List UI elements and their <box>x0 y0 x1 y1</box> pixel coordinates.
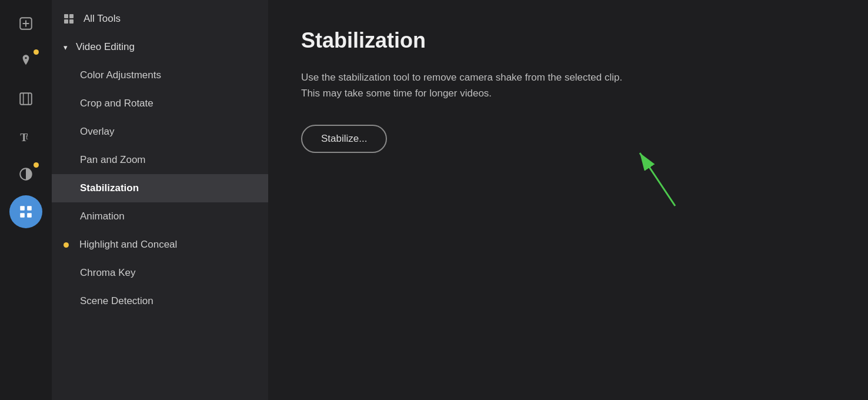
sidebar-item-chroma-key[interactable]: Chroma Key <box>52 259 268 287</box>
svg-text:t: t <box>26 132 28 141</box>
svg-rect-16 <box>69 19 74 24</box>
animation-label: Animation <box>80 211 125 222</box>
svg-rect-12 <box>27 213 32 218</box>
grid-icon-btn[interactable] <box>9 195 42 228</box>
svg-rect-11 <box>20 213 25 218</box>
svg-rect-14 <box>69 14 74 18</box>
svg-rect-9 <box>20 206 25 211</box>
chevron-icon: ▾ <box>64 43 68 52</box>
pan-and-zoom-label: Pan and Zoom <box>80 154 146 166</box>
icon-bar: T t <box>0 0 52 400</box>
svg-rect-15 <box>64 19 68 24</box>
sidebar-item-color-adjustments[interactable]: Color Adjustments <box>52 61 268 89</box>
mask-icon-btn[interactable] <box>9 158 42 191</box>
sidebar-item-animation[interactable]: Animation <box>52 202 268 231</box>
text-icon-btn[interactable]: T t <box>9 120 42 153</box>
add-icon-btn[interactable] <box>9 7 42 40</box>
svg-rect-13 <box>64 14 68 18</box>
scene-detection-label: Scene Detection <box>80 295 153 307</box>
sidebar-item-stabilization[interactable]: Stabilization <box>52 174 268 202</box>
overlay-label: Overlay <box>80 126 115 138</box>
sidebar-item-all-tools[interactable]: All Tools <box>52 5 268 33</box>
sidebar-item-crop-and-rotate[interactable]: Crop and Rotate <box>52 89 268 118</box>
color-adjustments-label: Color Adjustments <box>80 69 161 81</box>
sidebar-item-scene-detection[interactable]: Scene Detection <box>52 287 268 315</box>
stabilize-button[interactable]: Stabilize... <box>301 125 387 153</box>
page-title: Stabilization <box>301 28 835 53</box>
svg-rect-3 <box>20 93 32 105</box>
highlight-and-conceal-label: Highlight and Conceal <box>79 239 177 251</box>
sidebar-item-video-editing[interactable]: ▾ Video Editing <box>52 33 268 61</box>
video-editing-label: Video Editing <box>76 41 135 53</box>
dot-indicator <box>64 242 69 248</box>
chroma-key-label: Chroma Key <box>80 267 135 279</box>
sidebar-item-overlay[interactable]: Overlay <box>52 118 268 146</box>
svg-rect-10 <box>27 206 32 211</box>
sidebar-item-pan-and-zoom[interactable]: Pan and Zoom <box>52 146 268 174</box>
pin-icon-btn[interactable] <box>9 45 42 78</box>
page-description: Use the stabilization tool to remove cam… <box>301 69 677 101</box>
all-tools-label: All Tools <box>84 13 121 25</box>
crop-and-rotate-label: Crop and Rotate <box>80 98 153 109</box>
arrow-annotation <box>628 141 699 212</box>
sidebar: All Tools ▾ Video Editing Color Adjustme… <box>52 0 268 400</box>
stabilization-label: Stabilization <box>80 182 139 194</box>
sidebar-item-highlight-and-conceal[interactable]: Highlight and Conceal <box>52 231 268 259</box>
svg-line-18 <box>640 153 675 206</box>
trim-icon-btn[interactable] <box>9 82 42 115</box>
main-content: Stabilization Use the stabilization tool… <box>268 0 868 400</box>
